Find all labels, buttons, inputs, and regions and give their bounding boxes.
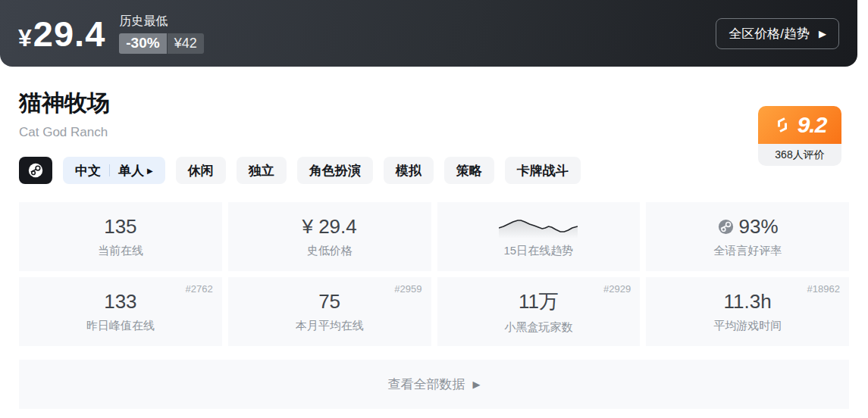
tag-language-mode[interactable]: 中文 单人 ▶ <box>63 157 165 184</box>
chevron-right-icon: ▶ <box>473 379 481 390</box>
stat-month-average: #2959 75 本月平均在线 <box>228 277 431 346</box>
stat-value: 135 <box>104 215 136 239</box>
chevron-right-icon: ▶ <box>819 28 826 39</box>
stat-rank: #2959 <box>394 283 421 295</box>
discount-percent: -30% <box>119 33 166 54</box>
stat-value: 93% <box>717 215 779 239</box>
stat-label: 当前在线 <box>98 244 143 258</box>
current-price: ¥ 29.4 <box>18 13 105 55</box>
page-title: 猫神牧场 <box>19 88 849 119</box>
view-all-data-button[interactable]: 查看全部数据 ▶ <box>19 360 849 409</box>
price-meta: 历史最低 -30% ¥42 <box>119 14 203 54</box>
all-region-price-trend-button[interactable]: 全区价格/趋势 ▶ <box>716 18 839 49</box>
online-trend-sparkline <box>499 216 578 239</box>
stat-value: 11.3h <box>724 290 772 314</box>
heybox-logo-icon <box>773 116 791 134</box>
price-amount: 29.4 <box>33 13 105 55</box>
discount-badge: -30% ¥42 <box>119 33 203 54</box>
tag-indie[interactable]: 独立 <box>237 157 287 184</box>
tag-simulation[interactable]: 模拟 <box>384 157 434 184</box>
historical-low-label: 历史最低 <box>119 14 203 30</box>
stat-label: 本月平均在线 <box>296 319 364 333</box>
stat-value: 11万 <box>519 289 559 315</box>
tag-label: 模拟 <box>396 162 421 179</box>
tag-language-label: 中文 <box>75 162 101 179</box>
rating-score-panel: 9.2 <box>758 106 841 144</box>
stat-label: 平均游戏时间 <box>713 319 782 333</box>
tag-label: 策略 <box>456 162 482 179</box>
tag-label: 卡牌战斗 <box>517 162 569 179</box>
price-bar: ¥ 29.4 历史最低 -30% ¥42 全区价格/趋势 ▶ <box>0 0 857 67</box>
stats-grid: 135 当前在线 ¥ 29.4 史低价格 15日在线趋势 <box>19 202 849 346</box>
tag-divider <box>109 164 110 176</box>
original-price: ¥42 <box>168 33 204 54</box>
stat-online-trend: 15日在线趋势 <box>437 202 641 271</box>
steam-icon <box>27 162 44 179</box>
stat-value <box>499 216 578 239</box>
stat-heybox-players: #2929 11万 小黑盒玩家数 <box>437 277 641 346</box>
tag-row: 中文 单人 ▶ 休闲 独立 角色扮演 模拟 策略 卡牌战斗 <box>0 157 868 184</box>
rating-count: 368人评价 <box>758 144 841 166</box>
stat-value: 75 <box>318 290 340 314</box>
tag-label: 独立 <box>249 162 274 179</box>
tag-label: 休闲 <box>188 162 214 179</box>
stat-label: 全语言好评率 <box>713 244 782 258</box>
tag-casual[interactable]: 休闲 <box>176 157 226 184</box>
stat-lowest-price: ¥ 29.4 史低价格 <box>228 202 431 271</box>
stat-value: ¥ 29.4 <box>302 215 356 239</box>
stat-positive-rate: 93% 全语言好评率 <box>646 202 849 271</box>
tag-label: 角色扮演 <box>309 162 361 179</box>
stat-label: 史低价格 <box>307 244 353 258</box>
stat-rank: #2929 <box>603 283 631 295</box>
stat-yesterday-peak: #2762 133 昨日峰值在线 <box>19 277 222 346</box>
tag-strategy[interactable]: 策略 <box>444 157 494 184</box>
steam-icon <box>717 218 735 236</box>
tag-mode-label: 单人 <box>118 162 144 179</box>
stat-value: 133 <box>104 290 136 314</box>
view-all-data-label: 查看全部数据 <box>388 376 465 393</box>
game-header: 猫神牧场 Cat God Ranch 9.2 368人评价 <box>0 88 868 140</box>
rating-score: 9.2 <box>797 112 827 138</box>
page-subtitle: Cat God Ranch <box>19 125 849 140</box>
tag-card-battle[interactable]: 卡牌战斗 <box>505 157 581 184</box>
stat-label: 昨日峰值在线 <box>86 319 155 333</box>
positive-rate-value: 93% <box>739 215 779 239</box>
stat-average-playtime: #18962 11.3h 平均游戏时间 <box>646 277 849 346</box>
trend-button-label: 全区价格/趋势 <box>729 25 810 42</box>
stat-rank: #2762 <box>186 283 213 295</box>
rating-badge[interactable]: 9.2 368人评价 <box>758 106 841 166</box>
tag-rpg[interactable]: 角色扮演 <box>297 157 373 184</box>
stat-rank: #18962 <box>807 283 840 295</box>
stat-label: 小黑盒玩家数 <box>504 320 572 335</box>
chevron-right-icon: ▶ <box>147 167 153 175</box>
currency-symbol: ¥ <box>18 24 32 52</box>
steam-platform-tag[interactable] <box>19 157 52 184</box>
stat-label: 15日在线趋势 <box>504 244 574 258</box>
stat-current-online: 135 当前在线 <box>19 202 222 271</box>
